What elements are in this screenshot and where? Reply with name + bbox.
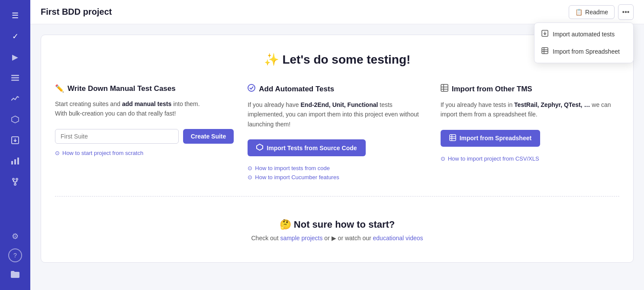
help-circle-icon-2: ⊙ (248, 165, 252, 171)
pencil-icon: ✏️ (55, 84, 64, 93)
trend-icon[interactable] (6, 90, 24, 107)
readme-button[interactable]: 📋 Readme (569, 5, 615, 19)
sample-projects-link[interactable]: sample projects (280, 235, 322, 242)
settings-icon[interactable]: ⚙ (6, 228, 24, 245)
how-to-import-csv-link[interactable]: ⊙ How to import project from CSV/XLS (441, 155, 619, 162)
list-icon[interactable] (6, 69, 24, 87)
table-icon (441, 84, 448, 94)
tms-card-title: Import from Other TMS (441, 84, 619, 94)
help-circle-icon-4: ⊙ (441, 155, 445, 162)
svg-point-9 (13, 178, 14, 180)
svg-marker-23 (257, 144, 263, 150)
manual-card-title: ✏️ Write Down Manual Test Cases (55, 84, 234, 93)
svg-rect-24 (441, 84, 448, 91)
manual-card: ✏️ Write Down Manual Test Cases Start cr… (55, 84, 234, 180)
svg-point-22 (248, 84, 255, 91)
video-icon: ▶ (332, 235, 336, 242)
svg-rect-8 (17, 158, 19, 164)
svg-rect-18 (542, 48, 548, 54)
spreadsheet-btn-icon (449, 134, 456, 142)
check-circle-icon (248, 84, 255, 94)
educational-videos-link[interactable]: educational videos (373, 235, 423, 242)
how-to-scratch-link[interactable]: ⊙ How to start project from scratch (55, 150, 234, 156)
automated-card-desc: If you already have End-2End, Unit, Func… (248, 100, 426, 129)
help-circle-icon-3: ⊙ (248, 174, 252, 180)
svg-point-11 (14, 184, 16, 185)
automated-card-title: Add Automated Tests (248, 84, 426, 94)
first-suite-input[interactable] (55, 129, 179, 144)
main-panel: ✨ Let's do some testing! ✏️ Write Down M… (41, 35, 634, 263)
menu-icon[interactable]: ☰ (6, 7, 24, 24)
svg-rect-0 (11, 75, 19, 76)
tms-card: Import from Other TMS If you already hav… (441, 84, 619, 180)
header: First BDD project 📋 Readme ••• Import au… (30, 0, 644, 24)
create-suite-button[interactable]: Create Suite (183, 129, 234, 144)
section-divider (55, 196, 619, 197)
play-icon[interactable]: ▶ (6, 48, 24, 66)
bar-chart-icon[interactable] (6, 152, 24, 170)
check-icon[interactable]: ✓ (6, 28, 24, 45)
hero-emoji: ✨ (264, 53, 279, 66)
spreadsheet-icon (541, 47, 548, 56)
how-to-import-code-link[interactable]: ⊙ How to import tests from code (248, 165, 426, 171)
suite-create-row: Create Suite (55, 129, 234, 144)
svg-marker-3 (12, 116, 19, 123)
svg-rect-2 (11, 80, 19, 81)
import-icon[interactable] (6, 132, 24, 149)
import-spreadsheet-button[interactable]: Import from Spreadsheet (441, 130, 540, 147)
header-actions: 📋 Readme ••• (569, 4, 634, 20)
svg-rect-6 (11, 161, 13, 164)
import-tests-button[interactable]: Import Tests from Source Code (248, 139, 365, 156)
folder-icon[interactable] (6, 266, 24, 283)
fork-icon[interactable] (6, 173, 24, 190)
import-automated-icon (541, 30, 548, 39)
manual-card-desc: Start creating suites and add manual tes… (55, 99, 234, 119)
analytics-icon[interactable] (6, 111, 24, 128)
dropdown-item-import-spreadsheet[interactable]: Import from Spreadsheet (535, 43, 633, 60)
dropdown-item-import-automated[interactable]: Import automated tests (535, 26, 633, 43)
more-button[interactable]: ••• (618, 4, 634, 20)
automated-card: Add Automated Tests If you already have … (248, 84, 426, 180)
tms-card-desc: If you already have tests in TestRail, Z… (441, 100, 619, 119)
source-code-icon (256, 144, 263, 152)
how-to-import-cucumber-link[interactable]: ⊙ How to import Cucumber features (248, 174, 426, 180)
svg-rect-1 (11, 77, 19, 79)
help-icon[interactable]: ? (8, 248, 22, 262)
sidebar: ☰ ✓ ▶ ⚙ ? (0, 0, 30, 290)
svg-rect-28 (450, 135, 456, 141)
page-title: First BDD project (41, 7, 112, 17)
svg-point-10 (16, 178, 18, 180)
dropdown-menu: Import automated tests Import from Sprea… (534, 23, 634, 63)
content-area: ✨ Let's do some testing! ✏️ Write Down M… (30, 24, 644, 290)
cards-row: ✏️ Write Down Manual Test Cases Start cr… (55, 84, 619, 180)
bottom-title: 🤔 Not sure how to start? (55, 219, 619, 230)
svg-rect-7 (14, 159, 16, 164)
bottom-section: 🤔 Not sure how to start? Check out sampl… (55, 212, 619, 245)
bottom-desc: Check out sample projects or ▶ or watch … (55, 235, 619, 242)
help-circle-icon: ⊙ (55, 150, 60, 156)
main-content: First BDD project 📋 Readme ••• Import au… (30, 0, 644, 290)
thinking-emoji: 🤔 (280, 219, 291, 230)
readme-icon: 📋 (575, 9, 583, 16)
